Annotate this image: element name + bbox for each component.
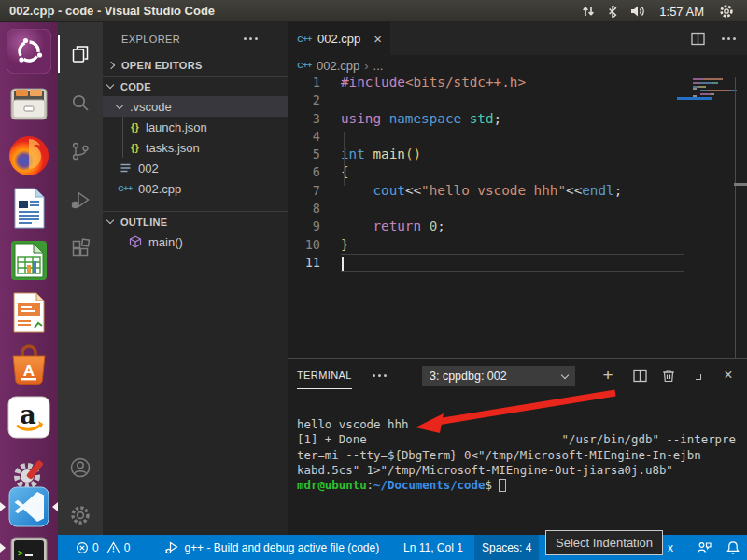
tab-terminal[interactable]: TERMINAL (297, 370, 352, 389)
libreoffice-impress-icon (7, 290, 51, 335)
dock-item-terminal[interactable]: > (7, 537, 51, 560)
explorer-sidebar: EXPLORER OPEN EDITORS CODE .vscode { } l… (103, 22, 288, 535)
bluetooth-icon[interactable] (608, 5, 617, 19)
warning-icon (106, 541, 120, 554)
dock-item-lo-writer[interactable] (7, 186, 51, 231)
sidebar-more-actions[interactable] (244, 37, 258, 40)
tab-002-cpp[interactable]: C++ 002.cpp × (288, 22, 390, 55)
tree-item-vscode-folder[interactable]: .vscode (103, 96, 288, 117)
activity-source-control[interactable] (58, 131, 103, 172)
tree-item-002[interactable]: 002 (103, 158, 288, 178)
title-bar: 002.cpp - code - Visual Studio Code 1:57… (0, 0, 747, 22)
minimap-current-line (677, 97, 712, 100)
dock-item-amazon[interactable]: a (7, 395, 51, 440)
json-file-icon: { } (127, 119, 142, 134)
terminal-line: [1] + Done "/usr/bin/gdb" --interpre (297, 432, 743, 447)
tree-item-002-cpp[interactable]: C++ 002.cpp (103, 178, 288, 199)
new-terminal-icon[interactable]: + (600, 368, 615, 383)
svg-text:a: a (20, 400, 36, 429)
network-arrows-icon[interactable] (582, 5, 595, 18)
dock-item-firefox[interactable] (7, 133, 51, 178)
feedback-status[interactable] (697, 535, 712, 560)
breadcrumb[interactable]: C++ 002.cpp › ... (288, 55, 747, 76)
svg-text:A: A (23, 362, 35, 380)
problems-status[interactable]: 0 0 (71, 535, 134, 560)
clipped-status-item[interactable]: x (668, 535, 673, 560)
indentation-status[interactable]: Spaces: 4 (474, 535, 539, 560)
minimap[interactable] (677, 78, 735, 106)
activity-account[interactable] (58, 447, 103, 488)
dock-item-ubuntu-software[interactable]: A (7, 343, 51, 387)
overview-ruler (735, 77, 736, 358)
cpp-file-icon: C++ (297, 32, 312, 47)
outline-item-main[interactable]: main() (103, 231, 288, 252)
panel-more-actions[interactable] (373, 374, 387, 377)
terminal-select[interactable]: 3: cppdbg: 002 (422, 366, 575, 386)
dock-item-files[interactable] (7, 81, 51, 126)
search-icon (69, 91, 92, 114)
chevron-down-icon (561, 371, 569, 378)
editor-more-actions[interactable] (722, 37, 736, 40)
clock[interactable]: 1:57 AM (659, 5, 704, 19)
session-gear-icon[interactable] (719, 4, 734, 19)
code-line: 10} (288, 236, 747, 254)
activity-extensions[interactable] (58, 228, 103, 269)
terminal-line: ter=mi --tty=${DbgTerm} 0<"/tmp/Microsof… (297, 448, 743, 463)
activity-search[interactable] (58, 82, 103, 123)
tree-item-tasks-json[interactable]: { } tasks.json (103, 137, 288, 158)
line-col-status[interactable]: Ln 11, Col 1 (403, 535, 463, 560)
dock-item-lo-impress[interactable] (7, 290, 51, 335)
code-line: 9 return 0; (288, 217, 747, 235)
section-open-editors[interactable]: OPEN EDITORS (103, 55, 288, 76)
section-code[interactable]: CODE (103, 76, 288, 96)
editor-group: C++ 002.cpp × C++ 002.cpp › ... 1#includ… (288, 22, 747, 535)
code-line: 5int main() (288, 146, 747, 163)
error-icon (76, 541, 89, 554)
vscode-running-indicator (0, 502, 6, 511)
overview-cursor-marker (734, 183, 747, 186)
tree-item-launch-json[interactable]: { } launch.json (103, 117, 288, 137)
maximize-panel-icon[interactable] (691, 368, 706, 383)
feedback-icon (697, 540, 712, 554)
firefox-icon (7, 133, 51, 178)
vscode-icon (7, 484, 51, 529)
dock-item-lo-calc[interactable] (7, 238, 51, 283)
indent-guide (344, 132, 345, 186)
extensions-icon (69, 237, 92, 259)
chevron-down-icon (116, 101, 123, 108)
terminal-line: kabd.5cs" 1>"/tmp/Microsoft-MIEngine-Out… (297, 463, 743, 478)
chevron-down-icon (106, 81, 114, 89)
terminal-running-indicator (0, 543, 6, 553)
dock-item-ubuntu[interactable] (7, 29, 51, 74)
chevron-right-icon (107, 62, 115, 69)
cpp-file-icon: C++ (118, 181, 133, 196)
kill-terminal-icon[interactable] (661, 368, 676, 383)
dock-item-vscode[interactable] (7, 484, 51, 529)
terminal-app-icon: > (7, 537, 51, 560)
tab-close-icon[interactable]: × (374, 31, 382, 47)
activity-run-debug[interactable] (58, 179, 103, 220)
build-task-status[interactable]: g++ - Build and debug active file (code) (161, 535, 384, 560)
panel-header: TERMINAL 3: cppdbg: 002 + × (288, 359, 747, 391)
split-editor-icon[interactable] (691, 32, 705, 46)
current-line-highlight (341, 254, 684, 272)
activity-settings[interactable] (58, 495, 103, 536)
code-line: 3using namespace std; (288, 110, 747, 128)
tab-bar: C++ 002.cpp × (288, 22, 747, 55)
close-panel-icon[interactable]: × (721, 368, 736, 383)
notifications-status[interactable] (726, 535, 740, 560)
run-debug-icon (69, 189, 92, 211)
activity-explorer[interactable] (58, 34, 103, 75)
split-terminal-icon[interactable] (632, 368, 647, 383)
terminal-output[interactable]: hello vscode hhh [1] + Done "/usr/bin/gd… (297, 417, 743, 493)
settings-gear-icon (69, 504, 92, 526)
code-line: 4 (288, 128, 747, 146)
ubuntu-icon (7, 29, 51, 74)
source-control-icon (69, 140, 92, 162)
section-outline[interactable]: OUTLINE (103, 211, 288, 231)
volume-icon[interactable] (630, 5, 646, 18)
code-editor[interactable]: 1#include<bits/stdc++.h> 2 3using namesp… (288, 74, 747, 358)
sidebar-title: EXPLORER (121, 34, 180, 45)
bell-icon (726, 540, 740, 554)
chevron-down-icon (106, 217, 114, 224)
